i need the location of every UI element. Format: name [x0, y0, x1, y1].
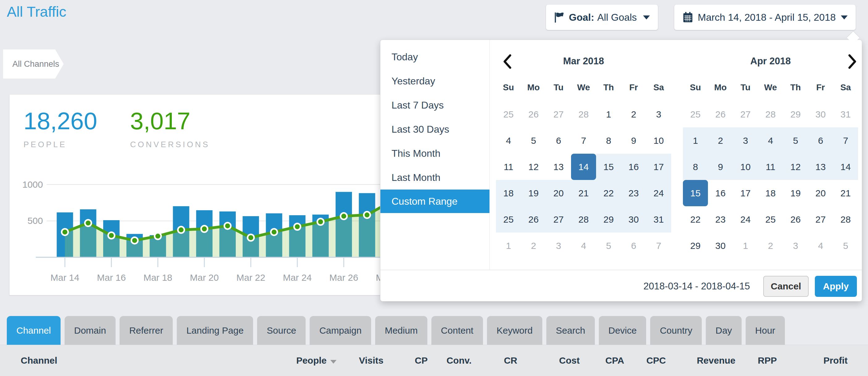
day-cell[interactable]: 13: [546, 154, 571, 180]
day-cell[interactable]: 30: [708, 233, 733, 259]
preset-yesterday[interactable]: Yesterday: [380, 69, 490, 93]
day-cell[interactable]: 19: [783, 180, 808, 206]
day-cell[interactable]: 19: [521, 180, 546, 206]
preset-custom-range[interactable]: Custom Range: [380, 190, 490, 213]
column-header-cost[interactable]: Cost: [559, 355, 580, 366]
day-cell[interactable]: 4: [808, 233, 833, 259]
day-cell[interactable]: 23: [708, 206, 733, 233]
day-cell[interactable]: 13: [808, 154, 833, 180]
column-header-cpc[interactable]: CPC: [646, 355, 666, 366]
day-cell[interactable]: 26: [708, 101, 733, 127]
day-cell[interactable]: 18: [496, 180, 521, 206]
apply-button[interactable]: Apply: [815, 276, 857, 297]
day-cell[interactable]: 6: [808, 127, 833, 154]
day-cell[interactable]: 28: [758, 101, 783, 127]
day-cell[interactable]: 1: [733, 233, 758, 259]
day-cell[interactable]: 17: [646, 154, 671, 180]
day-cell[interactable]: 26: [521, 206, 546, 233]
tab-landing-page[interactable]: Landing Page: [177, 316, 253, 345]
tab-content[interactable]: Content: [431, 316, 483, 345]
day-cell[interactable]: 14: [833, 154, 858, 180]
day-cell[interactable]: 27: [808, 206, 833, 233]
column-header-cp[interactable]: CP: [415, 355, 428, 366]
day-cell[interactable]: 7: [646, 233, 671, 259]
day-cell-selected[interactable]: 15: [683, 180, 708, 206]
day-cell[interactable]: 2: [621, 101, 646, 127]
day-cell[interactable]: 26: [783, 206, 808, 233]
day-cell[interactable]: 27: [546, 206, 571, 233]
day-cell[interactable]: 31: [833, 101, 858, 127]
preset-last-month[interactable]: Last Month: [380, 166, 490, 190]
day-cell[interactable]: 27: [733, 101, 758, 127]
day-cell[interactable]: 2: [708, 127, 733, 154]
day-cell[interactable]: 1: [683, 127, 708, 154]
day-cell[interactable]: 22: [596, 180, 621, 206]
day-cell[interactable]: 30: [808, 101, 833, 127]
day-cell[interactable]: 3: [783, 233, 808, 259]
day-cell[interactable]: 28: [833, 206, 858, 233]
day-cell[interactable]: 23: [621, 180, 646, 206]
preset-last-7-days[interactable]: Last 7 Days: [380, 93, 490, 117]
day-cell[interactable]: 28: [571, 206, 596, 233]
day-cell[interactable]: 4: [758, 127, 783, 154]
day-cell[interactable]: 7: [833, 127, 858, 154]
preset-this-month[interactable]: This Month: [380, 141, 490, 166]
tab-source[interactable]: Source: [257, 316, 306, 345]
day-cell[interactable]: 28: [571, 101, 596, 127]
day-cell[interactable]: 20: [546, 180, 571, 206]
day-cell[interactable]: 6: [546, 127, 571, 154]
column-header-profit[interactable]: Profit: [824, 355, 847, 366]
date-range-button[interactable]: March 14, 2018 - April 15, 2018: [674, 5, 856, 30]
day-cell[interactable]: 27: [546, 101, 571, 127]
day-cell[interactable]: 2: [521, 233, 546, 259]
day-cell[interactable]: 8: [683, 154, 708, 180]
day-cell[interactable]: 8: [596, 127, 621, 154]
day-cell[interactable]: 29: [596, 206, 621, 233]
day-cell[interactable]: 16: [708, 180, 733, 206]
day-cell[interactable]: 11: [758, 154, 783, 180]
tab-domain[interactable]: Domain: [65, 316, 116, 345]
tab-referrer[interactable]: Referrer: [120, 316, 173, 345]
tab-channel[interactable]: Channel: [7, 316, 61, 345]
chevron-left-icon[interactable]: [500, 54, 515, 69]
tab-country[interactable]: Country: [650, 316, 702, 345]
day-cell[interactable]: 9: [708, 154, 733, 180]
day-cell[interactable]: 25: [496, 206, 521, 233]
tab-keyword[interactable]: Keyword: [487, 316, 542, 345]
tab-campaign[interactable]: Campaign: [310, 316, 371, 345]
column-header-channel[interactable]: Channel: [21, 355, 57, 366]
tab-device[interactable]: Device: [599, 316, 646, 345]
day-cell[interactable]: 4: [496, 127, 521, 154]
day-cell[interactable]: 1: [496, 233, 521, 259]
column-header-visits[interactable]: Visits: [359, 355, 384, 366]
breadcrumb[interactable]: All Channels: [3, 50, 64, 79]
day-cell[interactable]: 10: [646, 127, 671, 154]
day-cell[interactable]: 12: [521, 154, 546, 180]
day-cell[interactable]: 5: [596, 233, 621, 259]
chevron-right-icon[interactable]: [844, 54, 859, 69]
tab-medium[interactable]: Medium: [375, 316, 427, 345]
day-cell[interactable]: 25: [758, 206, 783, 233]
day-cell[interactable]: 22: [683, 206, 708, 233]
day-cell[interactable]: 20: [808, 180, 833, 206]
day-cell[interactable]: 17: [733, 180, 758, 206]
day-cell[interactable]: 3: [733, 127, 758, 154]
day-cell-selected[interactable]: 14: [571, 154, 596, 180]
preset-last-30-days[interactable]: Last 30 Days: [380, 117, 490, 141]
cancel-button[interactable]: Cancel: [763, 276, 809, 297]
day-cell[interactable]: 31: [646, 206, 671, 233]
day-cell[interactable]: 4: [571, 233, 596, 259]
day-cell[interactable]: 6: [621, 233, 646, 259]
day-cell[interactable]: 21: [833, 180, 858, 206]
day-cell[interactable]: 30: [621, 206, 646, 233]
preset-today[interactable]: Today: [380, 45, 490, 69]
column-header-rpp[interactable]: RPP: [758, 355, 777, 366]
goal-selector-button[interactable]: Goal: All Goals: [546, 5, 658, 30]
day-cell[interactable]: 10: [733, 154, 758, 180]
day-cell[interactable]: 11: [496, 154, 521, 180]
day-cell[interactable]: 9: [621, 127, 646, 154]
day-cell[interactable]: 16: [621, 154, 646, 180]
column-header-cpa[interactable]: CPA: [606, 355, 624, 366]
column-header-revenue[interactable]: Revenue: [697, 355, 736, 366]
day-cell[interactable]: 25: [496, 101, 521, 127]
